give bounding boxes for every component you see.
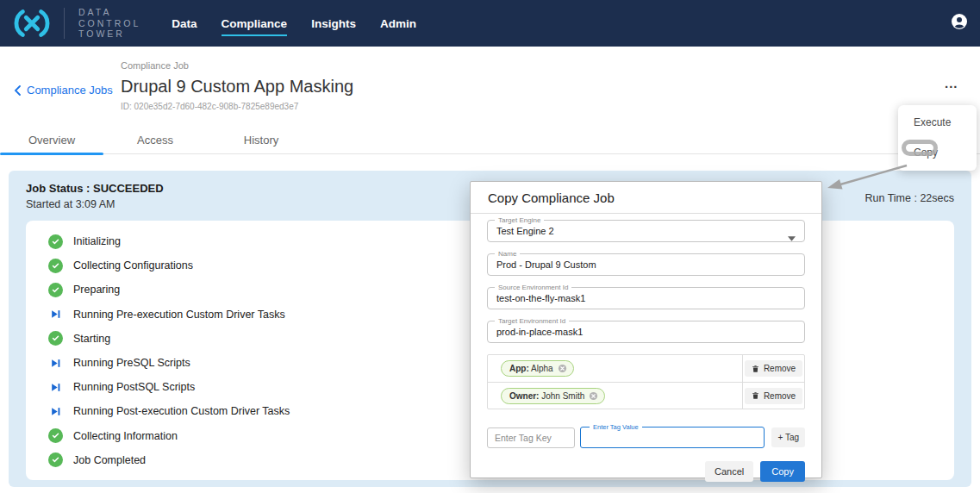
- skip-forward-icon: [48, 380, 63, 395]
- modal-footer: Cancel Copy: [487, 461, 805, 482]
- tag-pill-owner: Owner: John Smith: [501, 388, 605, 404]
- remove-tag-button[interactable]: Remove: [745, 360, 802, 377]
- name-field[interactable]: Name Prod - Drupal 9 Custom: [487, 253, 805, 276]
- nav-item-admin[interactable]: Admin: [380, 17, 416, 30]
- job-runtime-text: Run Time : 22secs: [865, 192, 954, 210]
- add-tag-row: Enter Tag Value + Tag: [487, 427, 805, 448]
- menu-item-copy[interactable]: Copy: [914, 147, 938, 159]
- job-id: ID: 020e35d2-7d60-482c-908b-7825e89ed3e7: [121, 102, 353, 111]
- success-check-icon: [48, 259, 63, 273]
- target-environment-id-field[interactable]: Target Environment Id prod-in-place-mask…: [487, 321, 805, 343]
- logo-wordmark: DATA CONTROL TOWER: [78, 7, 140, 40]
- skip-forward-icon: [48, 404, 63, 419]
- tab-history[interactable]: History: [207, 129, 315, 153]
- overflow-menu: Execute Copy: [898, 105, 977, 171]
- skip-forward-icon: [48, 307, 63, 321]
- main-nav: Data Compliance Insights Admin: [172, 17, 416, 30]
- nav-item-data[interactable]: Data: [172, 17, 197, 30]
- app-window: DATA CONTROL TOWER Data Compliance Insig…: [0, 0, 980, 493]
- name-label: Name: [495, 250, 520, 258]
- page-eyebrow: Compliance Job: [121, 60, 353, 71]
- nav-item-compliance[interactable]: Compliance: [222, 17, 288, 30]
- chevron-down-icon: [788, 229, 796, 245]
- back-link-label: Compliance Jobs: [27, 84, 113, 97]
- tag-value-label: Enter Tag Value: [590, 423, 642, 431]
- tag-row-app: App: Alpha Remove: [488, 355, 804, 382]
- add-tag-button[interactable]: + Tag: [771, 427, 805, 447]
- tag-value-field: Enter Tag Value: [580, 427, 765, 448]
- success-check-icon: [48, 234, 63, 249]
- cancel-button[interactable]: Cancel: [705, 461, 753, 482]
- tag-row-owner: Owner: John Smith Remove: [488, 382, 804, 409]
- skip-forward-icon: [48, 356, 63, 371]
- modal-title: Copy Compliance Job: [471, 182, 821, 214]
- copy-button[interactable]: Copy: [760, 461, 805, 482]
- source-environment-id-field[interactable]: Source Environment Id test-on-the-fly-ma…: [487, 287, 805, 309]
- target-engine-select[interactable]: Target Engine Test Engine 2: [487, 220, 805, 242]
- tags-table: App: Alpha Remove Owner: Joh: [487, 354, 805, 409]
- source-environment-id-label: Source Environment Id: [495, 284, 571, 291]
- chevron-left-icon: [14, 85, 21, 96]
- top-navbar: DATA CONTROL TOWER Data Compliance Insig…: [0, 0, 980, 47]
- tab-overview[interactable]: Overview: [0, 129, 103, 153]
- tab-access[interactable]: Access: [103, 129, 207, 153]
- tag-remove-x-icon[interactable]: [558, 364, 567, 373]
- success-check-icon: [48, 452, 63, 467]
- trash-icon: [752, 365, 759, 373]
- dct-logo-icon: [10, 9, 53, 38]
- overflow-menu-button[interactable]: ...: [945, 76, 958, 90]
- menu-item-execute[interactable]: Execute: [914, 116, 951, 128]
- success-check-icon: [48, 428, 63, 443]
- page-title-block: Compliance Job Drupal 9 Custom App Maski…: [121, 60, 353, 111]
- copy-compliance-job-modal: Copy Compliance Job Target Engine Test E…: [470, 181, 822, 478]
- user-avatar-icon[interactable]: [951, 13, 968, 34]
- success-check-icon: [48, 331, 63, 346]
- target-environment-id-label: Target Environment Id: [495, 317, 569, 325]
- tag-remove-x-icon[interactable]: [589, 391, 598, 401]
- name-value: Prod - Drupal 9 Custom: [488, 254, 804, 275]
- remove-tag-button[interactable]: Remove: [745, 388, 802, 404]
- page-title: Drupal 9 Custom App Masking: [121, 77, 353, 97]
- tag-key-input[interactable]: [487, 427, 575, 448]
- job-status-text: Job Status : SUCCEEDED: [26, 182, 164, 195]
- tab-bar: Overview Access History: [0, 129, 980, 154]
- job-started-text: Started at 3:09 AM: [26, 198, 164, 210]
- dct-logo[interactable]: DATA CONTROL TOWER: [10, 7, 140, 40]
- target-engine-label: Target Engine: [495, 216, 544, 224]
- tag-pill-app: App: Alpha: [501, 360, 574, 377]
- nav-item-insights[interactable]: Insights: [311, 17, 356, 30]
- back-link-compliance-jobs[interactable]: Compliance Jobs: [14, 84, 113, 97]
- success-check-icon: [48, 283, 63, 297]
- trash-icon: [752, 391, 759, 400]
- logo-divider: [64, 8, 65, 39]
